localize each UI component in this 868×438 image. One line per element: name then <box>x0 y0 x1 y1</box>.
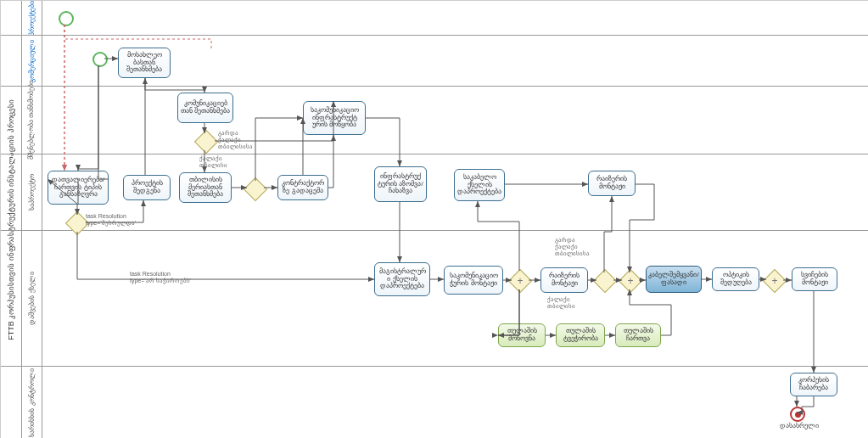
gw-label: ქალაქი <box>555 244 578 250</box>
gateway-g6 <box>619 269 642 293</box>
task-t11: მაგისტრალურ ი ქსელის დაპროექტება <box>374 262 430 296</box>
task-t15: ოპტიკის შედუღება <box>712 267 759 291</box>
gw-label: ქალაქი <box>218 137 241 143</box>
task-t4: დათვალიერება/ ჩართვის ტიპის განსაზღვრა <box>48 171 109 205</box>
gw-label: task Resolution <box>130 271 171 277</box>
task-t16: სვიჩების მონტაჟი <box>792 267 837 291</box>
lane-label-2: მშენებლობა თანხმობები <box>21 86 42 154</box>
task-t13: რაიზერის მონტაჟი <box>540 267 588 293</box>
gw-label: გარდა <box>555 237 575 244</box>
gateway-g7 <box>763 269 787 293</box>
lane-label-1: კომერციული <box>21 35 42 86</box>
gw-label: თბილისი <box>547 303 575 310</box>
gateway-g5 <box>593 269 617 293</box>
task-t3: საკომუნიკაციო ინფრასტრუქტ ურის მოწყობა <box>303 101 366 135</box>
gw-label: თბილისისა <box>218 143 253 150</box>
end-event <box>790 407 805 422</box>
gw-label: ქალაქი <box>547 296 570 303</box>
end-label: დასასრული <box>780 422 819 430</box>
task-t14: კაბელშემყვანი/ ფასადი <box>646 266 702 293</box>
gw-label: task Resolution <box>86 213 126 219</box>
task-t2: კომუნიკაციებ თან შეთანხმება <box>177 93 233 123</box>
gw-label: type='არ საჭიროებს' <box>130 278 191 284</box>
task-t12: საკომუნიკაციო ჭურის მონტაჟი <box>444 266 503 295</box>
task-t7: კონტრაქტორ ზე გადაცემა <box>277 175 328 200</box>
gw-label: ქალაქი <box>199 155 222 162</box>
gw-label: type='შესრულდა' <box>86 220 136 227</box>
lane-label-0: პროექტები <box>21 1 42 35</box>
task-t18: თულაშის ტვეჭირობა <box>556 323 605 347</box>
pool-label: FTTB კორპუსისთვის ინფრასტრუქტურის ინსტალ… <box>1 1 22 438</box>
start-event-1 <box>59 11 74 26</box>
task-t9: საკაბელო ქსელის დაპროექტება <box>454 169 505 201</box>
gw-label: თბილისი <box>199 162 227 169</box>
task-t19: თულაშის ჩართვა <box>615 323 661 347</box>
gateway-g4 <box>508 269 532 293</box>
bpmn-diagram: FTTB კორპუსისთვის ინფრასტრუქტურის ინსტალ… <box>0 0 868 438</box>
task-t5: პროექტის შედგენა <box>123 175 171 200</box>
task-t6: თბილისის მერიასთან შეთანხმება <box>179 172 232 203</box>
gateway-g1 <box>194 130 218 154</box>
gateway-g3 <box>244 177 267 201</box>
task-t1: მოსახლეო ბასთან შეთანხმება <box>118 48 171 78</box>
lane-label-4: დაშვების ქსელი <box>21 230 42 366</box>
task-t20: კორპუსის ჩაბარება <box>790 373 837 396</box>
task-t10: რაიზერის მონტაჟი <box>588 171 636 196</box>
task-t17: თულაშის მოხოვნა <box>498 323 546 347</box>
gw-label: თბილისისა <box>555 250 590 257</box>
start-event-2 <box>92 52 108 67</box>
gw-label: გარდა <box>218 130 238 137</box>
lane-label-3: საპროექტო <box>21 154 42 230</box>
lane-label-5: ხარისხის კონტროლი <box>21 366 42 438</box>
task-t8: ინფრასტრუქ ტურის აზომვა/ ჩახაზვა <box>374 166 427 202</box>
